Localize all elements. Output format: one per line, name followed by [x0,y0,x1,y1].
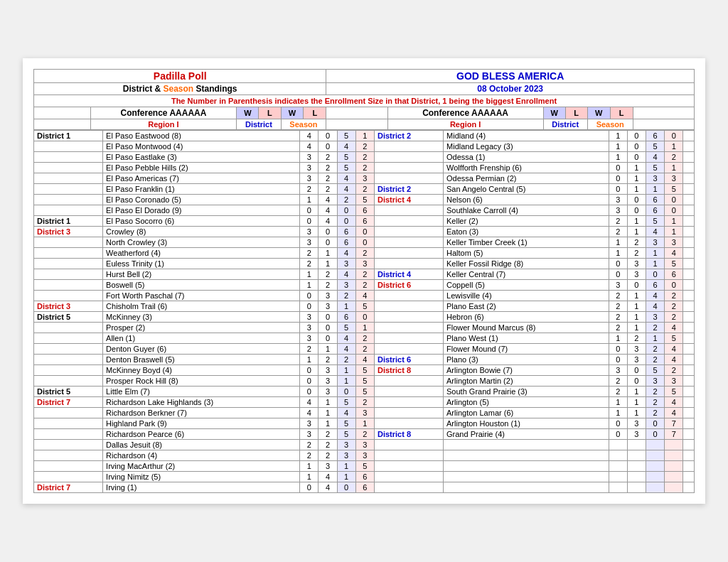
left-sw-cell: 5 [337,131,355,141]
left-team-cell: El Paso Socorro (6) [103,216,300,227]
right-sl-cell [665,482,683,493]
right-dw-cell [609,482,627,493]
right-district-cell [374,173,443,184]
right-team-cell: Arlington Martin (2) [444,376,609,387]
right-sw-cell: 0 [646,429,665,440]
right-dl-cell: 3 [627,259,646,269]
table-row: El Paso Montwood (4)4042Midland Legacy (… [34,141,695,152]
right-dw-cell: 3 [609,280,627,291]
right-district-cell [374,323,443,333]
right-sl-cell [665,472,683,482]
left-district-cell [34,237,103,248]
left-dw-cell: 3 [300,163,318,173]
table-row: District 1El Paso Socorro (6)0406Keller … [34,216,695,227]
left-district-cell [34,450,103,461]
table-row: Irving MacArthur (2)1315 [34,461,695,472]
right-team-cell: Eaton (3) [444,227,609,237]
right-district-sub: District [543,119,587,130]
right-dl-cell [627,450,646,461]
right-dl-cell: 1 [627,173,646,184]
left-dl-cell: 2 [318,173,337,184]
right-dl-cell: 0 [627,131,646,141]
left-dl-cell: 4 [318,482,337,493]
right-dl-cell: 1 [627,216,646,227]
left-dw-cell: 4 [300,408,318,418]
right-dw-cell: 0 [609,184,627,195]
right-dl-cell: 1 [627,227,646,237]
left-sl-cell: 2 [355,163,374,173]
data-table: District 1El Paso Eastwood (8)4051Distri… [33,130,695,493]
right-badge-cell [683,408,695,418]
right-badge-cell [683,237,695,248]
right-dl-cell: 2 [627,333,646,344]
left-team-cell: Richardson Pearce (6) [103,429,300,440]
table-row: Irving Nimitz (5)1416 [34,472,695,482]
table-row: Prosper Rock Hill (8)0315Arlington Marti… [34,376,695,387]
left-sl-cell: 6 [355,482,374,493]
right-dw-cell: 1 [609,131,627,141]
right-sl-cell: 2 [665,301,683,312]
right-district-cell [374,482,443,493]
left-dw-cell: 1 [300,269,318,280]
left-sw-cell: 4 [337,141,355,152]
right-sl-cell: 2 [665,365,683,376]
right-team-cell: Grand Prairie (4) [444,429,609,440]
table-row: Prosper (2)3051Flower Mound Marcus (8)21… [34,323,695,333]
right-sl-cell: 0 [665,205,683,216]
right-dl-cell: 3 [627,269,646,280]
left-sw-cell: 5 [337,418,355,429]
left-dw-cell: 3 [300,237,318,248]
right-sl-cell: 5 [665,259,683,269]
right-team-cell [444,482,609,493]
left-l2-header: L [304,107,326,119]
right-team-cell: San Angelo Central (5) [444,184,609,195]
right-badge-cell [683,152,695,163]
left-dl-cell: 3 [318,387,337,397]
left-district-cell [34,173,103,184]
right-dl-cell: 1 [627,323,646,333]
right-sl-cell: 1 [665,163,683,173]
right-sw-cell: 2 [646,355,665,365]
header-row-1: Padilla Poll GOD BLESS AMERICA [34,70,695,83]
right-l2-header: L [610,107,633,119]
right-team-cell: Odessa (1) [444,152,609,163]
table-row: El Paso Franklin (1)2242District 2San An… [34,184,695,195]
left-sl-cell: 6 [355,205,374,216]
table-row: District 3Chisholm Trail (6)0315Plano Ea… [34,301,695,312]
right-district-cell: District 2 [374,184,443,195]
right-dl-cell: 0 [627,152,646,163]
table-row: Richardson Berkner (7)4143Arlington Lama… [34,408,695,418]
left-team-cell: El Paso El Dorado (9) [103,205,300,216]
right-sw-cell: 2 [646,323,665,333]
right-sw-cell: 4 [646,291,665,301]
left-dl-cell: 3 [318,376,337,387]
right-team-cell: Keller Timber Creek (1) [444,237,609,248]
right-team-cell: Midland (4) [444,131,609,141]
right-dl-cell [627,482,646,493]
right-sw-cell: 2 [646,397,665,408]
left-team-cell: Little Elm (7) [103,387,300,397]
right-dl-cell: 0 [627,205,646,216]
left-team-cell: El Paso Eastwood (8) [103,131,300,141]
right-dw-cell: 1 [609,248,627,259]
left-district-cell [34,429,103,440]
left-dl-cell: 3 [318,461,337,472]
left-dl-cell: 0 [318,141,337,152]
left-dl-cell: 0 [318,323,337,333]
left-sw-cell: 6 [337,237,355,248]
left-sw-cell: 5 [337,323,355,333]
right-w2-header: W [587,107,610,119]
right-district-cell [374,376,443,387]
left-district-cell: District 1 [34,216,103,227]
table-row: El Paso Eastlake (3)3252Odessa (1)1042 [34,152,695,163]
right-dw-cell: 3 [609,365,627,376]
left-dw-cell: 4 [300,141,318,152]
right-district-cell: District 6 [374,280,443,291]
left-sl-cell: 2 [355,429,374,440]
left-team-cell: El Paso Americas (7) [103,173,300,184]
right-dl-cell: 0 [627,376,646,387]
left-sl-cell: 0 [355,312,374,323]
right-dl-cell: 1 [627,291,646,301]
right-team-cell: Hebron (6) [444,312,609,323]
right-dw-cell: 0 [609,418,627,429]
